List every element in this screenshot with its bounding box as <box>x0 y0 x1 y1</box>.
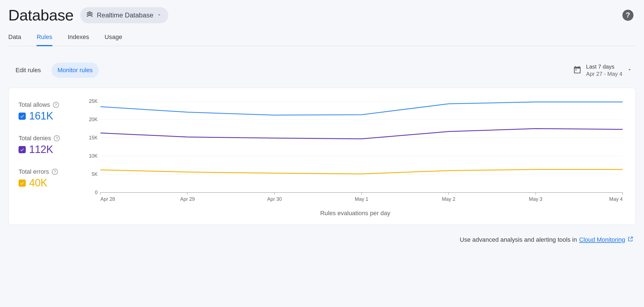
page-header: Database Realtime Database ? <box>8 6 636 24</box>
svg-text:Apr 29: Apr 29 <box>180 196 195 202</box>
tab-data[interactable]: Data <box>8 33 21 46</box>
rules-subtabs: Edit rules Monitor rules <box>9 63 99 78</box>
help-icon[interactable]: ? <box>53 102 59 108</box>
subtab-edit-rules[interactable]: Edit rules <box>9 63 47 78</box>
subtab-monitor-rules[interactable]: Monitor rules <box>51 63 99 78</box>
metric-total-errors: Total errors ? 40K <box>19 168 77 189</box>
metric-errors-value: 40K <box>29 177 47 189</box>
svg-text:15K: 15K <box>89 135 98 141</box>
svg-rect-0 <box>575 69 576 71</box>
metric-allows-label: Total allows <box>19 101 50 108</box>
section-tabs: Data Rules Indexes Usage <box>8 33 636 46</box>
svg-text:May 4: May 4 <box>609 196 623 202</box>
external-link-icon <box>627 236 633 244</box>
help-icon[interactable]: ? <box>54 135 60 141</box>
svg-text:May 2: May 2 <box>442 196 455 202</box>
metric-total-denies: Total denies ? 112K <box>19 135 77 155</box>
rules-subheader: Edit rules Monitor rules Last 7 days Apr… <box>8 63 636 78</box>
metric-allows-checkbox[interactable] <box>19 113 26 120</box>
svg-text:May 3: May 3 <box>529 196 542 202</box>
metric-total-allows: Total allows ? 161K <box>19 101 77 122</box>
metric-errors-checkbox[interactable] <box>19 179 26 187</box>
rules-metrics-card: Total allows ? 161K Total denies ? <box>8 88 636 225</box>
svg-text:0: 0 <box>95 190 98 195</box>
calendar-icon <box>573 65 582 75</box>
rules-evaluations-chart: 05K10K15K20K25KApr 28Apr 29Apr 30May 1Ma… <box>85 99 625 217</box>
help-icon[interactable]: ? <box>622 10 633 21</box>
svg-text:5K: 5K <box>92 171 98 177</box>
footer-text-prefix: Use advanced analysis and alerting tools… <box>460 236 577 243</box>
database-selector-label: Realtime Database <box>97 11 153 19</box>
footer-cloud-monitoring: Use advanced analysis and alerting tools… <box>8 236 636 244</box>
chart-x-axis-label: Rules evaluations per day <box>85 210 625 217</box>
caret-down-icon <box>157 11 162 19</box>
caret-down-icon <box>627 67 632 74</box>
svg-text:25K: 25K <box>89 99 98 104</box>
metrics-legend: Total allows ? 161K Total denies ? <box>19 101 77 217</box>
svg-text:May 1: May 1 <box>355 196 369 202</box>
metric-denies-checkbox[interactable] <box>19 146 26 153</box>
title-group: Database Realtime Database <box>8 6 168 24</box>
date-range-line2: Apr 27 - May 4 <box>586 70 622 77</box>
realtime-db-icon <box>86 11 94 20</box>
date-range-picker[interactable]: Last 7 days Apr 27 - May 4 <box>573 63 635 77</box>
page-title: Database <box>8 6 74 24</box>
date-range-line1: Last 7 days <box>586 63 622 70</box>
metric-errors-label: Total errors <box>19 168 49 175</box>
tab-rules[interactable]: Rules <box>37 33 52 46</box>
database-selector[interactable]: Realtime Database <box>80 7 168 23</box>
tab-usage[interactable]: Usage <box>105 33 122 46</box>
svg-text:Apr 30: Apr 30 <box>267 196 282 202</box>
help-icon[interactable]: ? <box>52 169 58 175</box>
metric-allows-value: 161K <box>29 110 53 122</box>
metric-denies-label: Total denies <box>19 135 51 142</box>
svg-text:Apr 28: Apr 28 <box>101 196 115 202</box>
date-range-text: Last 7 days Apr 27 - May 4 <box>586 63 622 77</box>
tab-indexes[interactable]: Indexes <box>68 33 89 46</box>
metric-denies-value: 112K <box>29 144 53 155</box>
cloud-monitoring-link[interactable]: Cloud Monitoring <box>579 236 625 243</box>
svg-text:10K: 10K <box>89 153 98 159</box>
svg-text:20K: 20K <box>89 117 98 122</box>
